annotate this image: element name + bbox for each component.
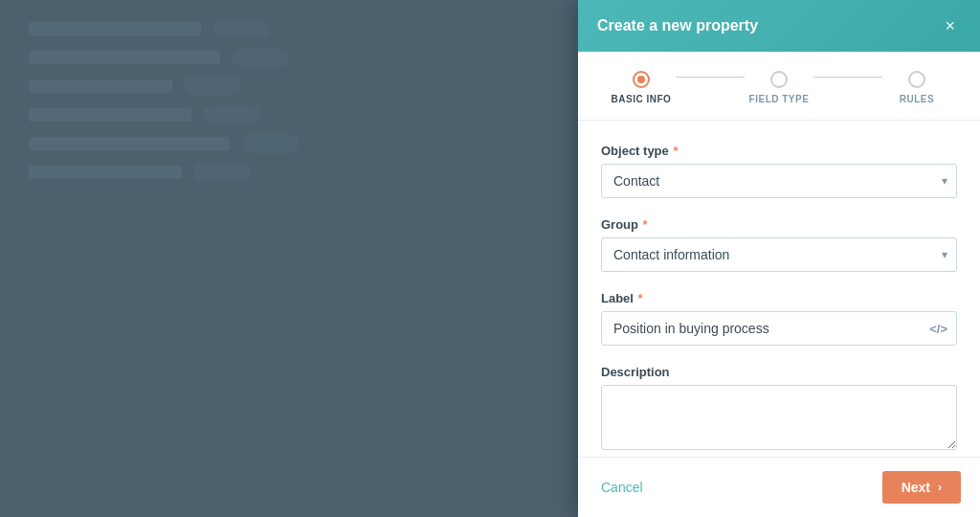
- step-basic-info: BASIC INFO: [607, 71, 676, 104]
- label-input[interactable]: [601, 311, 957, 346]
- next-label: Next: [902, 480, 930, 495]
- label-field-label: Label *: [601, 291, 957, 305]
- step-connector-1: [676, 77, 745, 78]
- object-type-label: Object type *: [601, 144, 957, 158]
- description-field: Description: [601, 365, 957, 450]
- label-field: Label * </>: [601, 291, 957, 346]
- step-field-type-circle: [770, 71, 788, 88]
- step-basic-info-label: BASIC INFO: [612, 94, 672, 104]
- code-icon[interactable]: </>: [929, 322, 947, 336]
- object-type-field: Object type * Contact Company Deal Ticke…: [601, 144, 957, 198]
- group-select-wrapper: Contact information Social Media Informa…: [601, 237, 957, 272]
- group-select[interactable]: Contact information Social Media Informa…: [601, 237, 957, 272]
- description-textarea[interactable]: [601, 385, 957, 450]
- group-field: Group * Contact information Social Media…: [601, 217, 957, 272]
- description-label: Description: [601, 365, 957, 379]
- object-type-select-wrapper: Contact Company Deal Ticket ▾: [601, 164, 957, 198]
- modal-footer: Cancel Next ›: [578, 457, 980, 517]
- label-input-wrapper: </>: [601, 311, 957, 346]
- group-label: Group *: [601, 217, 957, 232]
- close-button[interactable]: ×: [939, 15, 961, 36]
- cancel-button[interactable]: Cancel: [597, 472, 647, 503]
- step-connector-2: [813, 77, 882, 78]
- step-rules-circle: [908, 71, 925, 88]
- next-arrow-icon: ›: [938, 481, 942, 494]
- create-property-modal: Create a new property × BASIC INFO FIELD…: [578, 0, 980, 517]
- step-basic-info-circle: [633, 71, 650, 88]
- step-rules: RULES: [882, 71, 951, 104]
- modal-body: Object type * Contact Company Deal Ticke…: [578, 121, 980, 457]
- step-field-type-label: FIELD TYPE: [749, 94, 810, 104]
- next-button[interactable]: Next ›: [882, 471, 961, 504]
- step-field-type: FIELD TYPE: [745, 71, 813, 104]
- step-rules-label: RULES: [900, 94, 934, 104]
- modal-header: Create a new property ×: [578, 0, 980, 52]
- stepper: BASIC INFO FIELD TYPE RULES: [578, 52, 980, 121]
- object-type-select[interactable]: Contact Company Deal Ticket: [601, 164, 957, 198]
- modal-title: Create a new property: [597, 17, 758, 34]
